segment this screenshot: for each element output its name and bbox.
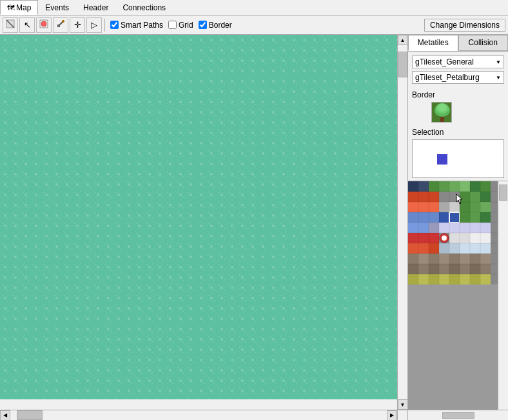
border-tree-tile: [432, 103, 452, 123]
svg-rect-69: [429, 243, 439, 254]
svg-rect-84: [418, 264, 429, 274]
grid-checkbox-label[interactable]: Grid: [168, 21, 193, 30]
scroll-up-arrow[interactable]: ▲: [398, 35, 408, 45]
svg-rect-65: [470, 233, 480, 243]
map-canvas[interactable]: [0, 35, 397, 399]
svg-rect-74: [480, 243, 491, 254]
svg-rect-34: [418, 202, 429, 212]
tileset2-select[interactable]: gTileset_Petalburg ▼: [412, 71, 504, 84]
tileset-scroll-thumb-h[interactable]: [442, 412, 474, 419]
grid-checkbox[interactable]: [168, 21, 177, 29]
tileset1-select[interactable]: gTileset_General ▼: [412, 55, 504, 68]
scroll-track-h[interactable]: [10, 410, 387, 420]
svg-rect-87: [449, 264, 460, 274]
svg-rect-19: [429, 181, 439, 192]
scroll-corner: [397, 410, 407, 420]
map-scroll-container[interactable]: [0, 35, 407, 410]
scroll-thumb-h[interactable]: [17, 410, 43, 420]
svg-rect-23: [470, 181, 480, 192]
svg-rect-94: [439, 274, 449, 285]
menu-tab-connections[interactable]: Connections: [115, 0, 173, 15]
scroll-down-arrow[interactable]: ▼: [398, 399, 408, 410]
tool-select[interactable]: ↖: [19, 17, 35, 33]
svg-rect-30: [460, 192, 470, 202]
menu-tab-events[interactable]: Events: [38, 0, 76, 15]
svg-rect-75: [408, 254, 418, 264]
svg-point-3: [41, 21, 46, 26]
scroll-thumb-v[interactable]: [398, 52, 407, 77]
svg-rect-37: [449, 202, 460, 212]
scroll-track-v[interactable]: [398, 45, 407, 399]
svg-rect-88: [460, 264, 470, 274]
svg-rect-44: [439, 212, 449, 223]
tileset-area[interactable]: [408, 181, 508, 420]
svg-rect-67: [408, 243, 418, 254]
tileset-scroll-thumb-v[interactable]: [499, 185, 507, 201]
svg-rect-63: [449, 233, 460, 243]
svg-rect-31: [470, 192, 480, 202]
tool-eyedropper[interactable]: [53, 17, 68, 33]
menu-tab-header[interactable]: Header: [76, 0, 115, 15]
svg-rect-60: [429, 233, 439, 243]
svg-rect-71: [449, 243, 460, 254]
svg-point-16: [438, 104, 447, 112]
tool-pencil[interactable]: [3, 17, 18, 33]
svg-rect-73: [470, 243, 480, 254]
svg-rect-28: [439, 192, 449, 202]
svg-rect-39: [470, 202, 480, 212]
svg-rect-11: [0, 35, 397, 399]
tool-move[interactable]: ✛: [70, 17, 85, 33]
map-scrollbar-v[interactable]: ▲ ▼: [397, 35, 407, 410]
svg-rect-66: [480, 233, 491, 243]
svg-rect-68: [418, 243, 429, 254]
svg-rect-33: [408, 202, 418, 212]
svg-rect-38: [460, 202, 470, 212]
map-scrollbar-h[interactable]: ◀ ▶: [0, 410, 397, 420]
svg-point-6: [62, 20, 64, 23]
tool-forward[interactable]: ▷: [86, 17, 102, 33]
tileset-scrollbar-v[interactable]: [498, 181, 508, 410]
svg-rect-47: [460, 212, 470, 223]
border-checkbox-label[interactable]: Border: [199, 21, 232, 30]
svg-rect-80: [460, 254, 470, 264]
svg-rect-89: [470, 264, 480, 274]
border-checkbox[interactable]: [199, 21, 207, 29]
tab-metatiles[interactable]: Metatiles: [408, 35, 458, 51]
svg-rect-18: [418, 181, 429, 192]
svg-rect-17: [408, 181, 418, 192]
map-icon: 🗺: [7, 4, 14, 12]
scroll-right-arrow[interactable]: ▶: [387, 410, 397, 421]
svg-rect-70: [439, 243, 449, 254]
svg-rect-78: [439, 254, 449, 264]
svg-rect-79: [449, 254, 460, 264]
move-icon: ✛: [74, 20, 81, 30]
svg-rect-77: [429, 254, 439, 264]
svg-rect-56: [470, 223, 480, 233]
svg-rect-85: [429, 264, 439, 274]
change-dimensions-button[interactable]: Change Dimensions: [424, 19, 505, 32]
pencil-icon: [6, 19, 15, 30]
svg-rect-26: [418, 192, 429, 202]
svg-rect-15: [440, 117, 444, 122]
scroll-left-arrow[interactable]: ◀: [0, 410, 10, 421]
svg-rect-98: [480, 274, 491, 285]
tab-collision[interactable]: Collision: [458, 35, 509, 51]
cursor-icon: ↖: [24, 20, 31, 30]
smart-paths-checkbox-label[interactable]: Smart Paths: [110, 21, 163, 30]
svg-rect-45: [449, 212, 460, 223]
tileset-selectors: gTileset_General ▼ gTileset_Petalburg ▼: [408, 52, 508, 88]
toolbar-right: Change Dimensions: [424, 19, 505, 32]
tileset-canvas[interactable]: [408, 181, 498, 420]
selection-preview[interactable]: [412, 139, 504, 178]
border-section: Border: [408, 88, 508, 125]
menu-tab-map[interactable]: 🗺 Map: [0, 0, 38, 15]
border-preview[interactable]: [431, 102, 452, 123]
map-area[interactable]: ▲ ▼ ◀ ▶: [0, 35, 408, 420]
tileset-scrollbar-h[interactable]: [408, 410, 508, 420]
tool-fill[interactable]: [36, 17, 52, 33]
svg-rect-82: [480, 254, 491, 264]
smart-paths-checkbox[interactable]: [110, 21, 119, 29]
svg-rect-58: [408, 233, 418, 243]
svg-rect-96: [460, 274, 470, 285]
tileset-svg: [408, 181, 498, 420]
